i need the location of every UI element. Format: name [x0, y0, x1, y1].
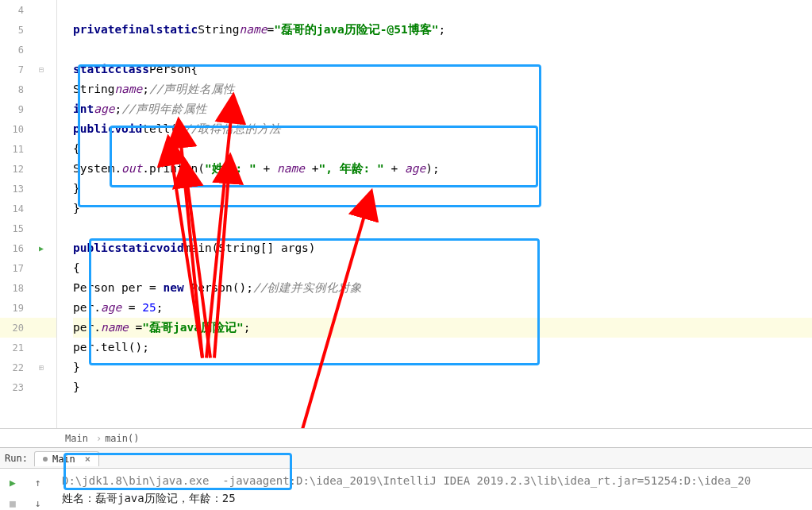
keyword: class — [114, 60, 149, 79]
op: + — [305, 159, 318, 179]
keyword: void — [114, 119, 142, 139]
run-gutter-icon[interactable]: ▶ — [29, 244, 53, 253]
keyword: static — [156, 20, 198, 40]
field: name — [277, 159, 305, 179]
run-tab[interactable]: Main × — [34, 451, 99, 466]
code-text: Person per = — [73, 278, 164, 298]
comment: //声明姓名属性 — [149, 79, 234, 99]
keyword: void — [156, 238, 184, 258]
comment: //取得信息的方法 — [184, 119, 281, 139]
line-number: 20 — [0, 323, 29, 334]
keyword: new — [164, 278, 184, 298]
keyword: int — [73, 99, 94, 119]
code-text: ); — [425, 159, 439, 179]
line-number: 11 — [0, 144, 29, 155]
field: name — [114, 79, 142, 99]
brace: } — [73, 377, 80, 397]
op: = — [121, 298, 142, 318]
line-number: 13 — [0, 184, 29, 195]
field: age — [405, 159, 425, 179]
field: age — [101, 298, 121, 318]
collapse-end-icon[interactable]: ⊞ — [29, 363, 53, 372]
keyword: public — [73, 238, 114, 258]
semi: ; — [114, 99, 121, 119]
code-text: per. — [73, 298, 101, 318]
code-text: Person(); — [184, 278, 253, 298]
brace: } — [73, 199, 80, 218]
keyword: public — [73, 119, 114, 139]
line-number: 4 — [0, 5, 29, 16]
line-number: 19 — [0, 303, 29, 314]
code-text: System. — [73, 159, 121, 179]
class-name: Person — [149, 60, 190, 79]
status-dot-icon — [43, 457, 48, 462]
type: String — [73, 79, 114, 99]
field: name — [101, 318, 129, 338]
chevron-icon: › — [96, 433, 102, 444]
semi: ; — [156, 298, 164, 318]
comment: //创建并实例化对象 — [253, 278, 362, 298]
string: "磊哥java历险记" — [142, 318, 243, 338]
keyword: static — [114, 238, 156, 258]
console-toolbar: ▶ ■ ↑ ↓ — [0, 469, 56, 510]
line-number: 5 — [0, 25, 29, 36]
rerun-icon[interactable]: ▶ — [6, 475, 20, 489]
op: + — [384, 159, 405, 179]
line-number: 18 — [0, 283, 29, 294]
brace: { — [73, 258, 80, 278]
field: out — [121, 159, 142, 179]
keyword: static — [73, 60, 114, 79]
breadcrumb-item[interactable]: main() — [105, 433, 139, 444]
code-text: per.tell(); — [73, 338, 149, 357]
method: tell() — [142, 119, 183, 139]
run-panel: Run: Main × ▶ ■ ↑ ↓ D:\jdk1.8\bin\java.e… — [0, 447, 812, 510]
type: String — [198, 20, 239, 40]
breadcrumb[interactable]: Main › main() — [0, 428, 812, 447]
brace: } — [73, 179, 80, 199]
code-area[interactable]: private final static String name = "磊哥的j… — [57, 0, 812, 428]
console: ▶ ■ ↑ ↓ D:\jdk1.8\bin\java.exe -javaagen… — [0, 469, 812, 510]
line-number: 9 — [0, 104, 29, 115]
line-number: 22 — [0, 362, 29, 373]
keyword: final — [121, 20, 156, 40]
editor-area: 4 5 6 7⊟ 8 9 10 11 12 13 14 15 16▶ 17 18… — [0, 0, 812, 428]
string: ", 年龄: " — [318, 159, 383, 179]
line-number: 14 — [0, 203, 29, 214]
up-icon[interactable]: ↑ — [31, 475, 45, 489]
code-text: per. — [73, 318, 101, 338]
number: 25 — [142, 298, 156, 318]
console-cmd: D:\jdk1.8\bin\java.exe -javaagent:D:\ide… — [62, 474, 751, 487]
method: main(String[] args) — [184, 238, 316, 258]
code-text: .println( — [142, 159, 205, 179]
line-number: 23 — [0, 382, 29, 393]
editor-window: 4 5 6 7⊟ 8 9 10 11 12 13 14 15 16▶ 17 18… — [0, 0, 812, 510]
op: = — [267, 20, 274, 40]
line-number: 15 — [0, 223, 29, 234]
collapse-icon[interactable]: ⊟ — [29, 65, 53, 74]
run-tabrow: Run: Main × — [0, 448, 812, 469]
line-number: 17 — [0, 263, 29, 274]
op: + — [256, 159, 277, 179]
string: "姓名: " — [205, 159, 256, 179]
semi: ; — [244, 318, 251, 338]
close-icon[interactable]: × — [85, 454, 90, 465]
line-number: 12 — [0, 164, 29, 175]
op: = — [129, 318, 142, 338]
line-number: 8 — [0, 84, 29, 95]
semi: ; — [439, 20, 446, 40]
breadcrumb-item[interactable]: Main — [65, 433, 88, 444]
field: name — [240, 20, 267, 40]
gutter[interactable]: 4 5 6 7⊟ 8 9 10 11 12 13 14 15 16▶ 17 18… — [0, 0, 57, 428]
brace: { — [190, 60, 198, 79]
run-label: Run: — [5, 453, 28, 464]
field: age — [94, 99, 114, 119]
down-icon[interactable]: ↓ — [31, 496, 45, 510]
comment: //声明年龄属性 — [121, 99, 206, 119]
line-number: 16 — [0, 243, 29, 254]
stop-icon[interactable]: ■ — [6, 496, 20, 510]
line-number: 21 — [0, 342, 29, 354]
line-number: 6 — [0, 44, 29, 56]
brace: { — [73, 139, 80, 159]
console-output[interactable]: D:\jdk1.8\bin\java.exe -javaagent:D:\ide… — [56, 469, 812, 510]
keyword: private — [73, 20, 121, 40]
